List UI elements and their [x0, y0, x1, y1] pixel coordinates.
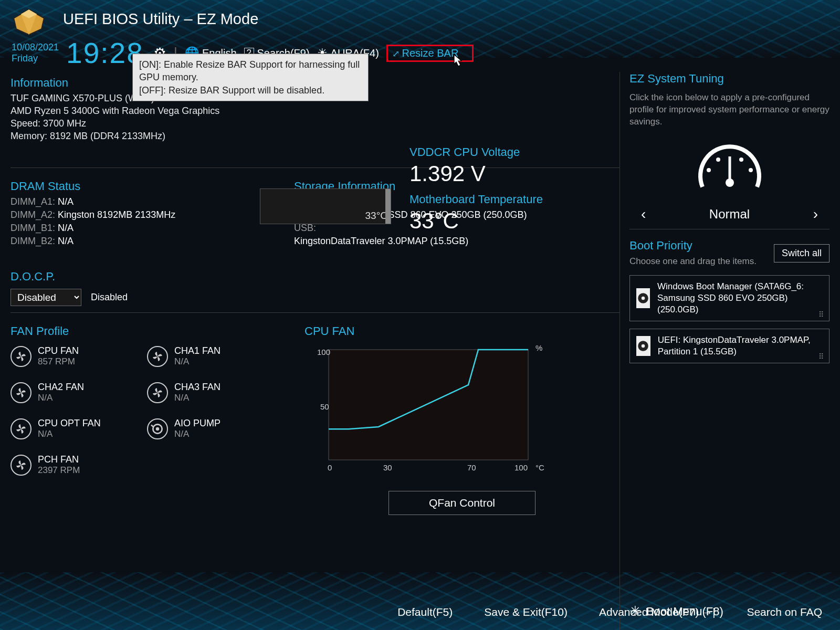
dram-heading: DRAM Status [10, 180, 294, 193]
fan-item[interactable]: CHA3 FANN/A [147, 382, 284, 403]
fan-icon [10, 418, 32, 439]
svg-point-15 [716, 158, 720, 162]
mb-temp-value: 33°C [410, 208, 543, 234]
disk-icon [636, 336, 650, 356]
ez-tuning-heading: EZ System Tuning [629, 72, 830, 86]
dram-slot: DIMM_A2: Kingston 8192MB 2133MHz [10, 209, 294, 220]
svg-text:%: % [536, 344, 542, 352]
qfan-control-button[interactable]: QFan Control [388, 491, 536, 515]
svg-text:100: 100 [514, 463, 528, 472]
drag-grip-icon: ⠿ [818, 352, 825, 361]
temp-mini-chart: 33°C [260, 188, 391, 224]
fan-item[interactable]: AIO PUMPN/A [147, 418, 284, 439]
svg-rect-2 [329, 350, 528, 460]
mode-prev-button[interactable]: ‹ [641, 206, 646, 223]
memory-info: Memory: 8192 MB (DDR4 2133MHz) [10, 131, 620, 142]
mode-label: Normal [709, 207, 750, 222]
cpu-name: AMD Ryzen 5 3400G with Radeon Vega Graph… [10, 106, 620, 117]
disk-icon [636, 288, 650, 308]
gauge-icon[interactable] [629, 139, 830, 196]
docp-status: Disabled [91, 292, 128, 303]
cpu-fan-heading: CPU FAN [304, 324, 620, 338]
fan-item[interactable]: CPU FAN857 RPM [10, 345, 147, 367]
fan-icon [10, 455, 32, 476]
fan-item[interactable]: PCH FAN2397 RPM [10, 454, 147, 476]
mode-next-button[interactable]: › [813, 206, 818, 223]
boot-priority-heading: Boot Priority [629, 239, 757, 253]
resize-bar-button[interactable]: ⤢ Resize BAR [386, 45, 474, 62]
advanced-mode-button[interactable]: Advanced Mode(F7)→| [599, 606, 715, 618]
pump-icon [147, 418, 168, 439]
fan-item[interactable]: CHA2 FANN/A [10, 382, 147, 403]
dram-slot: DIMM_B2: N/A [10, 236, 294, 247]
svg-text:0: 0 [328, 463, 332, 472]
cpu-voltage-label: VDDCR CPU Voltage [410, 145, 543, 159]
date-display: 10/08/2021 Friday [12, 42, 59, 64]
boot-priority-desc: Choose one and drag the items. [629, 256, 757, 268]
fan-icon [147, 382, 168, 403]
fan-icon [10, 382, 32, 403]
switch-all-button[interactable]: Switch all [774, 244, 830, 262]
svg-text:°C: °C [536, 463, 544, 472]
cursor-icon [450, 54, 466, 73]
svg-point-14 [749, 168, 753, 172]
default-button[interactable]: Default(F5) [397, 606, 453, 618]
svg-text:50: 50 [320, 402, 329, 411]
search-faq-button[interactable]: Search on FAQ [747, 606, 822, 618]
drag-grip-icon: ⠿ [818, 310, 825, 319]
svg-text:30: 30 [383, 463, 392, 472]
svg-point-18 [642, 297, 645, 300]
fan-icon [10, 346, 32, 367]
cpu-speed: Speed: 3700 MHz [10, 118, 620, 129]
mb-temp-label: Motherboard Temperature [410, 193, 543, 206]
fan-icon [147, 346, 168, 367]
docp-heading: D.O.C.P. [10, 270, 620, 284]
svg-point-1 [156, 427, 160, 430]
boot-item[interactable]: UEFI: KingstonDataTraveler 3.0PMAP, Part… [629, 329, 830, 363]
fan-profile-heading: FAN Profile [10, 324, 304, 338]
resize-bar-icon: ⤢ [392, 49, 400, 59]
docp-select[interactable]: Disabled [10, 289, 81, 306]
cpu-fan-chart: 100 50 % 0 30 70 100 °C [304, 344, 546, 481]
fan-item[interactable]: CHA1 FANN/A [147, 345, 284, 367]
svg-point-13 [707, 168, 711, 172]
svg-point-20 [642, 344, 645, 348]
resize-bar-tooltip: [ON]: Enable Resize BAR Support for harn… [132, 54, 369, 101]
cpu-voltage-value: 1.392 V [410, 161, 543, 186]
fan-item[interactable]: CPU OPT FANN/A [10, 418, 147, 439]
tuf-logo [10, 7, 47, 36]
save-exit-button[interactable]: Save & Exit(F10) [484, 606, 568, 618]
ez-tuning-desc: Click the icon below to apply a pre-conf… [629, 92, 830, 128]
dram-slot: DIMM_A1: N/A [10, 196, 294, 207]
boot-item[interactable]: Windows Boot Manager (SATA6G_6: Samsung … [629, 275, 830, 321]
page-title: UEFI BIOS Utility – EZ Mode [63, 10, 258, 28]
svg-text:70: 70 [467, 463, 476, 472]
svg-text:100: 100 [317, 348, 330, 356]
svg-point-16 [739, 158, 743, 162]
arrow-right-icon: →| [702, 606, 715, 618]
dram-slot: DIMM_B1: N/A [10, 223, 294, 234]
